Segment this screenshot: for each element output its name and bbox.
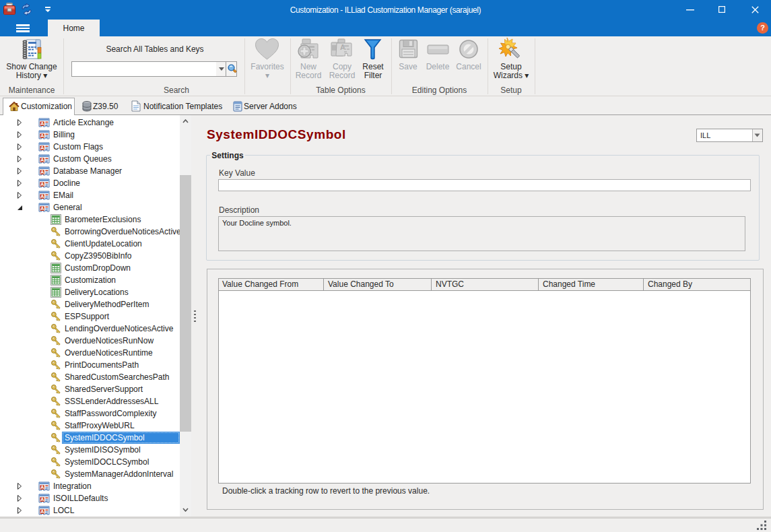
svg-text:A: A bbox=[340, 43, 345, 51]
